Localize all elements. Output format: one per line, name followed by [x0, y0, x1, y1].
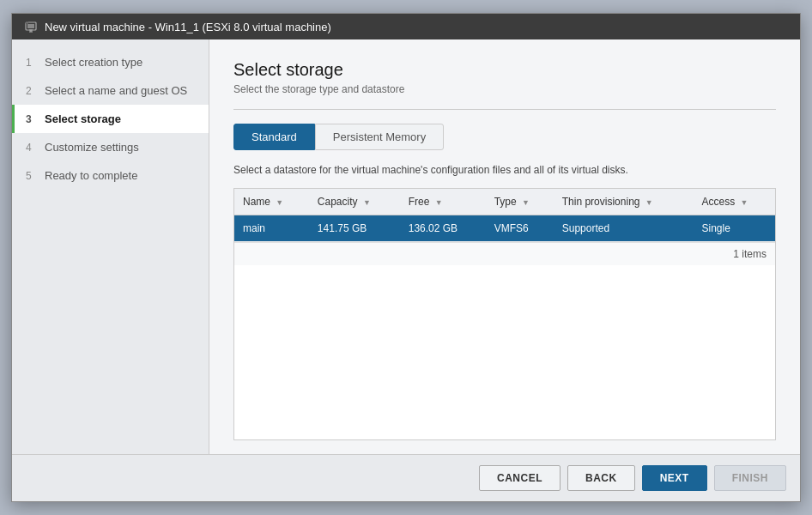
sidebar-item-select-a-name-and-guest-os[interactable]: 2Select a name and guest OS	[12, 76, 209, 105]
table-header-row: Name ▼Capacity ▼Free ▼Type ▼Thin provisi…	[234, 189, 775, 215]
page-title: Select storage	[233, 60, 776, 80]
cancel-button[interactable]: CANCEL	[479, 465, 561, 491]
sort-icon: ▼	[363, 198, 371, 207]
divider	[233, 109, 776, 110]
description: Select a datastore for the virtual machi…	[233, 164, 776, 176]
table-body: main141.75 GB136.02 GBVMFS6SupportedSing…	[234, 215, 775, 242]
tab-persistent-memory[interactable]: Persistent Memory	[315, 124, 444, 150]
titlebar: + New virtual machine - Win11_1 (ESXi 8.…	[12, 14, 800, 39]
window-title: New virtual machine - Win11_1 (ESXi 8.0 …	[45, 21, 331, 33]
sidebar-label: Customize settings	[45, 141, 139, 154]
sidebar-item-ready-to-complete[interactable]: 5Ready to complete	[12, 161, 209, 190]
col-header-access[interactable]: Access ▼	[693, 189, 775, 215]
finish-button: FINISH	[714, 465, 786, 491]
tab-group: StandardPersistent Memory	[233, 124, 776, 150]
sidebar-label: Select creation type	[45, 56, 142, 69]
cell-name: main	[234, 215, 309, 242]
window: + New virtual machine - Win11_1 (ESXi 8.…	[11, 13, 801, 502]
main-panel: Select storage Select the storage type a…	[209, 39, 800, 454]
content-area: 1Select creation type2Select a name and …	[12, 39, 800, 454]
table-footer: 1 items	[234, 242, 775, 265]
storage-table-container[interactable]: Name ▼Capacity ▼Free ▼Type ▼Thin provisi…	[233, 188, 776, 440]
sort-icon: ▼	[645, 198, 653, 207]
sidebar-label: Select a name and guest OS	[45, 84, 187, 97]
cell-type: VMFS6	[486, 215, 554, 242]
sort-icon: ▼	[740, 198, 748, 207]
col-header-name[interactable]: Name ▼	[234, 189, 309, 215]
next-button[interactable]: NEXT	[642, 465, 707, 491]
cell-access: Single	[693, 215, 775, 242]
col-header-capacity[interactable]: Capacity ▼	[309, 189, 400, 215]
step-number: 4	[26, 142, 39, 154]
cell-free: 136.02 GB	[400, 215, 486, 242]
storage-table: Name ▼Capacity ▼Free ▼Type ▼Thin provisi…	[234, 189, 775, 242]
sidebar-label: Select storage	[45, 112, 121, 125]
sort-icon: ▼	[276, 198, 283, 207]
vm-icon: +	[24, 20, 38, 33]
sort-icon: ▼	[522, 198, 530, 207]
sidebar-item-customize-settings[interactable]: 4Customize settings	[12, 133, 209, 161]
cell-capacity: 141.75 GB	[309, 215, 400, 242]
step-number: 1	[26, 57, 39, 69]
table-row[interactable]: main141.75 GB136.02 GBVMFS6SupportedSing…	[234, 215, 775, 242]
sidebar-item-select-creation-type[interactable]: 1Select creation type	[12, 48, 209, 76]
footer: CANCEL BACK NEXT FINISH	[12, 454, 800, 501]
step-number: 3	[26, 113, 39, 125]
svg-rect-1	[27, 24, 34, 28]
sort-icon: ▼	[435, 198, 443, 207]
step-number: 5	[26, 170, 39, 182]
page-subtitle: Select the storage type and datastore	[233, 83, 776, 95]
tab-standard[interactable]: Standard	[233, 124, 315, 150]
step-number: 2	[26, 85, 39, 97]
col-header-free[interactable]: Free ▼	[400, 189, 486, 215]
sidebar-label: Ready to complete	[45, 169, 137, 182]
col-header-type[interactable]: Type ▼	[486, 189, 554, 215]
col-header-thin[interactable]: Thin provisioning ▼	[554, 189, 694, 215]
back-button[interactable]: BACK	[567, 465, 635, 491]
sidebar-item-select-storage[interactable]: 3Select storage	[12, 105, 209, 133]
sidebar: 1Select creation type2Select a name and …	[12, 39, 209, 454]
cell-thin: Supported	[554, 215, 694, 242]
